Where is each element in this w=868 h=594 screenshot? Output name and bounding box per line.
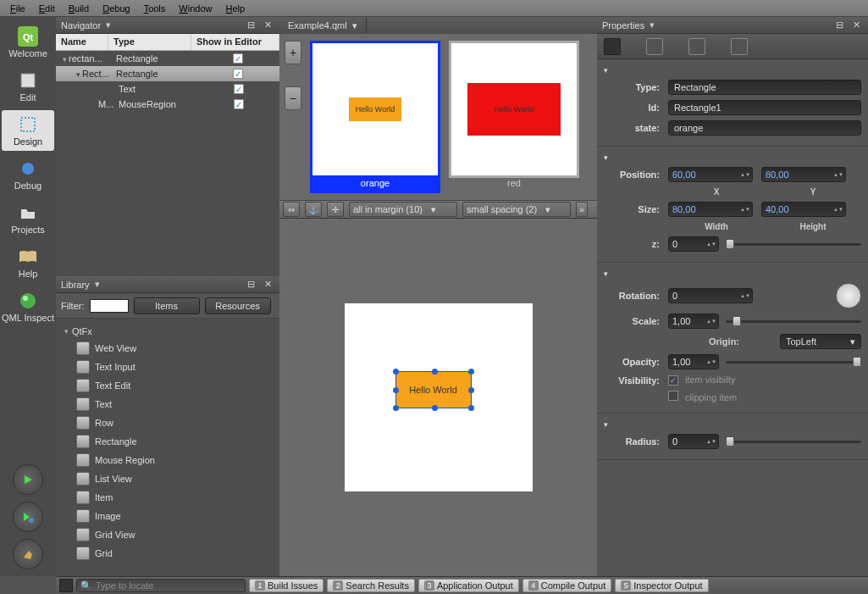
col-type[interactable]: Type: [108, 34, 191, 50]
radius-input[interactable]: 0▲▼: [668, 434, 719, 449]
split-icon[interactable]: ⊟: [244, 19, 257, 32]
output-tab[interactable]: 5Inspector Output: [615, 579, 708, 592]
prop-mode-standard[interactable]: [604, 38, 621, 55]
chevron-down-icon[interactable]: ▾: [352, 20, 357, 31]
library-item[interactable]: Text Input: [59, 358, 276, 376]
z-input[interactable]: 0▲▼: [668, 236, 719, 252]
mode-welcome[interactable]: QtWelcome: [2, 22, 54, 63]
spacing-select[interactable]: small spacing (2)▾: [462, 202, 571, 217]
close-icon[interactable]: ✕: [261, 19, 274, 32]
origin-select[interactable]: TopLeft▾: [780, 334, 861, 349]
anchor-icon[interactable]: ⚓: [305, 202, 322, 217]
rotation-dial[interactable]: [836, 283, 861, 308]
library-item[interactable]: Grid View: [59, 525, 276, 544]
chevron-down-icon[interactable]: ▾: [106, 19, 111, 31]
collapse-icon[interactable]: ▾: [604, 153, 608, 162]
col-name[interactable]: Name: [56, 34, 108, 50]
library-item[interactable]: Mouse Region: [59, 451, 276, 469]
state-input[interactable]: orange: [668, 120, 861, 136]
pos-x-input[interactable]: 60,00▲▼: [668, 167, 753, 182]
build-button[interactable]: [13, 539, 43, 569]
state-card[interactable]: Hello Worldorange: [310, 41, 440, 193]
output-tab[interactable]: 2Search Results: [327, 579, 415, 592]
height-input[interactable]: 40,00▲▼: [761, 202, 846, 217]
margin-select[interactable]: all in margin (10)▾: [349, 202, 457, 217]
menu-window[interactable]: Window: [172, 2, 218, 15]
chevron-down-icon[interactable]: ▾: [650, 19, 655, 31]
filter-input[interactable]: [90, 299, 129, 313]
menu-help[interactable]: Help: [218, 2, 252, 15]
resources-button[interactable]: Resources: [205, 297, 271, 314]
library-item[interactable]: Image: [59, 507, 276, 525]
scale-input[interactable]: 1,00▲▼: [668, 314, 719, 329]
library-item[interactable]: Web View: [59, 339, 276, 358]
menu-file[interactable]: File: [3, 2, 32, 15]
handle-ne[interactable]: [468, 369, 474, 375]
mode-help[interactable]: Help: [2, 242, 54, 283]
pos-y-input[interactable]: 80,00▲▼: [761, 167, 846, 182]
navigator-row[interactable]: rectan...Rectangle✓: [56, 51, 279, 66]
navigator-row[interactable]: Rect...Rectangle✓: [56, 66, 279, 81]
radius-slider[interactable]: [726, 436, 861, 447]
menu-edit[interactable]: Edit: [32, 2, 62, 15]
overflow-icon[interactable]: »: [576, 202, 588, 217]
library-item[interactable]: Text Edit: [59, 376, 276, 395]
prop-mode-grid[interactable]: [731, 38, 748, 55]
prop-mode-layout[interactable]: [646, 38, 663, 55]
split-icon[interactable]: ⊟: [832, 19, 846, 32]
prop-mode-advanced[interactable]: [688, 38, 705, 55]
handle-s[interactable]: [432, 405, 438, 411]
library-item[interactable]: Rectangle: [59, 432, 276, 451]
chevron-down-icon[interactable]: ▾: [95, 279, 100, 290]
handle-w[interactable]: [393, 387, 399, 393]
output-tab[interactable]: 4Compile Output: [522, 579, 611, 592]
collapse-icon[interactable]: ▾: [604, 269, 608, 278]
zoom-out-button[interactable]: −: [285, 86, 301, 110]
menu-tools[interactable]: Tools: [137, 2, 173, 15]
locator-input[interactable]: 🔍Type to locate: [76, 579, 246, 592]
navigator-row[interactable]: Text✓: [56, 81, 279, 97]
opacity-slider[interactable]: [726, 356, 861, 368]
opacity-input[interactable]: 1,00▲▼: [668, 354, 719, 369]
output-tab[interactable]: 1Build Issues: [249, 579, 323, 592]
scale-slider[interactable]: [726, 315, 861, 327]
library-item[interactable]: Row: [59, 414, 276, 432]
mode-design[interactable]: Design: [2, 110, 54, 151]
menu-debug[interactable]: Debug: [96, 2, 136, 15]
zoom-in-button[interactable]: +: [285, 41, 301, 64]
mode-debug[interactable]: Debug: [2, 154, 54, 195]
mode-qml-inspect[interactable]: QML Inspect: [2, 286, 54, 327]
collapse-icon[interactable]: ▾: [604, 66, 608, 75]
navigator-row[interactable]: M...MouseRegion✓: [56, 97, 279, 112]
run-button[interactable]: [13, 464, 43, 495]
z-slider[interactable]: [726, 238, 861, 250]
id-input[interactable]: Rectangle1: [668, 100, 861, 115]
collapse-icon[interactable]: ▾: [604, 420, 608, 429]
handle-se[interactable]: [468, 405, 474, 411]
toggle-sidebar-icon[interactable]: [59, 579, 73, 592]
type-input[interactable]: Rectangle: [668, 80, 861, 95]
menu-build[interactable]: Build: [62, 2, 96, 15]
handle-sw[interactable]: [393, 405, 399, 411]
handle-n[interactable]: [432, 369, 438, 375]
state-card[interactable]: Hello Worldred: [449, 41, 579, 193]
output-tab[interactable]: 3Application Output: [418, 579, 519, 592]
library-item[interactable]: Grid: [59, 544, 276, 563]
width-input[interactable]: 80,00▲▼: [668, 202, 753, 217]
library-item[interactable]: Item: [59, 488, 276, 507]
snap-icon[interactable]: ⇔: [283, 202, 300, 217]
run-debug-button[interactable]: [13, 502, 43, 532]
library-group[interactable]: ▾QtFx: [59, 324, 276, 339]
library-item[interactable]: Text: [59, 395, 276, 414]
library-item[interactable]: List View: [59, 469, 276, 488]
items-button[interactable]: Items: [134, 297, 200, 314]
visibility-checkbox[interactable]: ✓: [668, 375, 678, 386]
canvas[interactable]: Hello World: [279, 219, 597, 576]
handle-e[interactable]: [468, 387, 474, 393]
col-show[interactable]: Show in Editor: [191, 34, 279, 50]
selected-rectangle[interactable]: Hello World: [395, 371, 472, 408]
clipping-checkbox[interactable]: [668, 391, 678, 401]
file-tab[interactable]: Example4.qml▾: [279, 18, 367, 33]
rotation-input[interactable]: 0▲▼: [668, 288, 753, 303]
mode-edit[interactable]: Edit: [2, 66, 54, 107]
